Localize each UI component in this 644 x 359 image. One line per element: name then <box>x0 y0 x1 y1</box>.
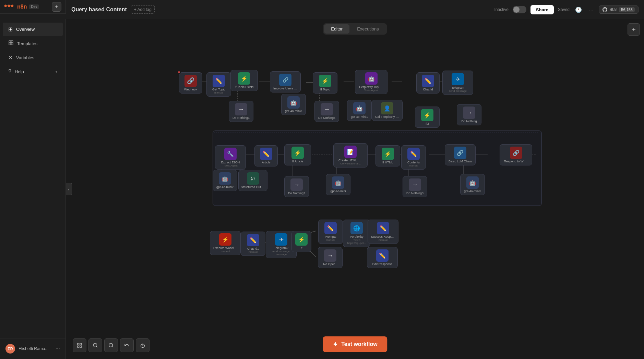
improve-icon: 🔗 <box>279 74 291 86</box>
gpt4o-mini1-label: gpt-4o-mini1 <box>351 115 368 119</box>
node-gpt4o-mini3[interactable]: 🤖 gpt-4o-mini3 <box>281 94 306 115</box>
workflow-canvas: Editor Executions ‹ + <box>66 19 644 359</box>
sidebar-item-overview[interactable]: ⊞ Overview <box>3 23 63 36</box>
user-menu[interactable]: ER Elishetti Rama... ··· <box>3 341 63 356</box>
node-perplexity-topic-agent[interactable]: 🤖 Perplexity Topic Agent Tools Agent <box>355 70 387 94</box>
do-nothing3-label: Do Nothing3 <box>406 191 424 195</box>
more-options-icon[interactable]: ... <box>587 5 595 14</box>
sidebar-item-templates[interactable]: Templates <box>3 37 63 50</box>
node-create-html-article[interactable]: 📝 Create HTML Article Conversational... <box>333 143 368 168</box>
user-more-icon[interactable]: ··· <box>56 346 60 352</box>
logo-text: n8n <box>17 4 27 10</box>
perplexity-agent-label: Perplexity Topic Agent <box>359 85 383 89</box>
node-success-response[interactable]: ✏️ Success Response manual <box>368 220 398 244</box>
zoom-out-icon <box>108 343 114 348</box>
perplexity-icon: 🌐 <box>350 222 363 234</box>
node-gpt4o-mini-a[interactable]: 🤖 gpt-4o-mini <box>326 174 350 195</box>
improve-label: Improve Users Topic <box>273 87 297 90</box>
sidebar-item-help-label: Help <box>15 69 24 74</box>
node-basic-llm-chain[interactable]: 🔗 Basic LLM Chain <box>445 144 476 165</box>
node-chat-id1[interactable]: ✏️ Chat Id1 manual <box>241 232 265 256</box>
node-improve-users-topic[interactable]: 🔗 Improve Users Topic <box>270 71 301 92</box>
fit-view-button[interactable] <box>73 338 86 352</box>
if-topic-exists-label: If Topic Exists <box>235 85 254 89</box>
node-execute-workflow-trigger[interactable]: ⚡ Execute Workflow Trigger manual <box>210 231 241 255</box>
svg-line-49 <box>112 346 113 347</box>
svg-rect-40 <box>77 343 79 345</box>
node-no-oper[interactable]: → No Oper... <box>318 247 343 268</box>
if-article-label: If Article <box>292 160 303 163</box>
extract-json-sublabel: Tools Agent <box>223 164 237 167</box>
telegram2-label: Telegram2 <box>274 246 288 250</box>
node-if-topic-exists[interactable]: ⚡ If Topic Exists <box>230 70 258 91</box>
node-if-topic[interactable]: ⚡ If Topic <box>313 72 337 94</box>
node-prompts[interactable]: ✏️ Prompts manual <box>318 220 343 244</box>
node-do-nothing-main[interactable]: → Do Nothing <box>457 104 481 125</box>
node-if-html[interactable]: ⚡ If HTML <box>375 145 400 166</box>
node-webhook[interactable]: 🔗 Webhook <box>179 72 202 94</box>
sidebar-item-overview-label: Overview <box>16 27 35 32</box>
svg-rect-42 <box>77 346 79 347</box>
node-if-article[interactable]: ⚡ If Article <box>284 144 311 165</box>
node-if-bottom[interactable]: ⚡ If <box>291 231 311 252</box>
node-chat-id[interactable]: ✏️ Chat Id <box>416 72 440 94</box>
prompts-icon: ✏️ <box>324 222 337 234</box>
undo-button[interactable] <box>120 338 134 352</box>
node-contents[interactable]: ✏️ Contents manual <box>401 145 426 170</box>
sidebar-item-variables[interactable]: ✕ Variables <box>3 51 63 64</box>
node-respond-webhook[interactable]: 🔗 Respond to Webhook <box>500 144 532 165</box>
perplexity-label: Perplexity <box>350 235 363 238</box>
node-do-nothing4[interactable]: → Do Nothing4 <box>314 101 339 122</box>
node-call-perplexity[interactable]: 👤 Call Perplexity Researcher <box>372 100 403 121</box>
success-response-label: Success Response <box>371 235 395 238</box>
extract-json-icon: 🔧 <box>224 148 237 160</box>
telegram2-icon: ✈ <box>275 233 287 246</box>
node-telegram[interactable]: ✈ Telegram send message <box>442 71 473 95</box>
node-article[interactable]: ✏️ Article <box>254 145 278 166</box>
create-html-sublabel: Conversational... <box>340 162 361 165</box>
canvas-add-button[interactable]: + <box>628 23 640 36</box>
node-do-nothing3[interactable]: → Do Nothing3 <box>403 176 427 197</box>
node-gpt4o-mini2[interactable]: 🤖 gpt-4o-mini2 <box>213 170 237 191</box>
node-gpt4o-mini1[interactable]: 🤖 gpt-4o-mini1 <box>347 100 372 121</box>
tab-executions[interactable]: Executions <box>350 24 386 34</box>
do-nothing4-icon: → <box>321 103 333 115</box>
new-workflow-button[interactable]: + <box>52 2 61 12</box>
zoom-out-button[interactable] <box>104 338 118 352</box>
gpt4o-mini3-label: gpt-4o-mini3 <box>285 109 302 113</box>
node-do-nothing1[interactable]: → Do Nothing1 <box>229 101 253 122</box>
test-workflow-button[interactable]: Test workflow <box>323 336 387 352</box>
test-workflow-label: Test workflow <box>341 341 378 347</box>
sidebar-collapse-button[interactable]: ‹ <box>66 183 72 195</box>
prompts-sublabel: manual <box>326 238 335 242</box>
perplexity-sublabel: POST: https://api.per... <box>345 238 368 245</box>
debug-button[interactable] <box>136 338 150 352</box>
node-gpt4o-mini5[interactable]: 🤖 gpt-4o-mini5 <box>460 174 485 195</box>
user-name: Elishetti Rama... <box>19 346 52 351</box>
node-get-topic[interactable]: ✏️ Get Topic manual <box>206 72 231 97</box>
sidebar-item-help[interactable]: ? Help ▾ <box>3 65 63 78</box>
inactive-toggle[interactable] <box>513 6 526 13</box>
env-badge: Dev <box>29 4 39 9</box>
node-edit-response[interactable]: ✏️ Edit Response <box>367 247 398 268</box>
execute-trigger-label: Execute Workflow Trigger <box>213 246 237 250</box>
zoom-in-button[interactable] <box>88 338 102 352</box>
do-nothing-main-icon: → <box>463 107 475 119</box>
get-topic-icon: ✏️ <box>213 75 225 87</box>
if-html-label: If HTML <box>382 161 393 164</box>
node-extract-json[interactable]: 🔧 Extract JSON Tools Agent <box>215 145 246 170</box>
node-structured-output-parser[interactable]: ⟨/⟩ Structured Output Parser1 <box>238 170 267 191</box>
do-nothing4-label: Do Nothing4 <box>318 116 335 120</box>
node-do-nothing2[interactable]: → Do Nothing2 <box>284 176 309 197</box>
share-button[interactable]: Share <box>530 5 554 14</box>
star-label: Star <box>609 7 617 12</box>
svg-rect-8 <box>11 43 13 45</box>
node-perplexity[interactable]: 🌐 Perplexity POST: https://api.per... <box>343 220 370 247</box>
star-button[interactable]: Star 56,153 <box>599 5 639 14</box>
tab-editor[interactable]: Editor <box>324 24 349 34</box>
node-if2[interactable]: ⚡ If2 <box>415 107 440 128</box>
gpt4o-mini5-icon: 🤖 <box>466 176 479 189</box>
history-icon[interactable]: 🕐 <box>574 5 583 14</box>
add-tag-button[interactable]: + Add tag <box>131 5 155 14</box>
variables-icon: ✕ <box>8 54 13 61</box>
